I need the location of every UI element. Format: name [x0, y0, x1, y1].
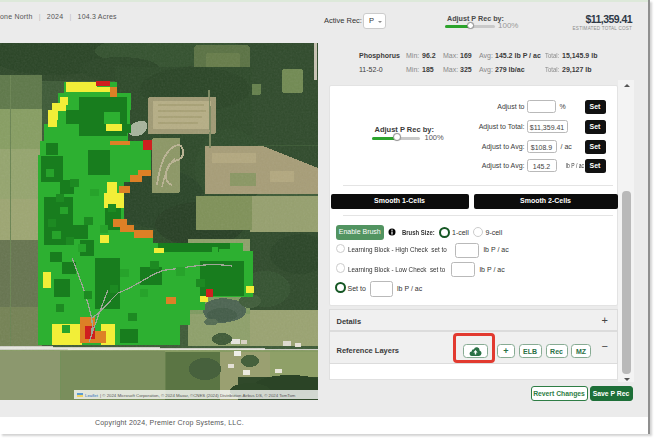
svg-text:| © 2024 Microsoft Corporation: | © 2024 Microsoft Corporation, © 2024 M… — [100, 393, 296, 398]
svg-text:Leaflet: Leaflet — [85, 393, 99, 398]
